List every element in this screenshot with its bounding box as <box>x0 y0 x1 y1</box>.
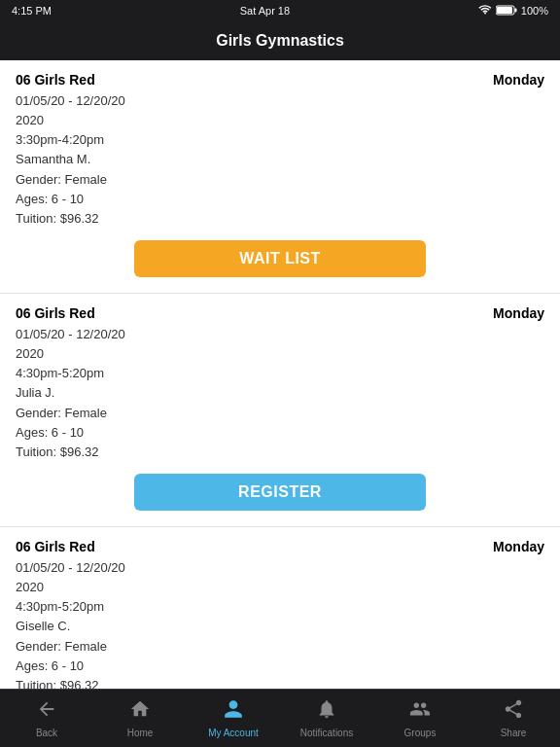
tab-home[interactable]: Home <box>93 698 187 738</box>
nav-title: Girls Gymnastics <box>216 32 344 50</box>
nav-bar: Girls Gymnastics <box>0 21 560 60</box>
class-details-2: 01/05/20 - 12/20/2020204:30pm-5:20pmGise… <box>16 558 544 689</box>
class-card-1: 06 Girls RedMonday01/05/20 - 12/20/20202… <box>0 294 560 527</box>
tab-notifications[interactable]: Notifications <box>280 698 373 738</box>
tab-groups-label: Groups <box>404 728 437 738</box>
class-name-1: 06 Girls Red <box>16 305 95 321</box>
register-button-1[interactable]: REGISTER <box>134 474 426 511</box>
tab-back-label: Back <box>36 728 57 738</box>
class-card-0: 06 Girls RedMonday01/05/20 - 12/20/20202… <box>0 60 560 294</box>
tab-groups[interactable]: Groups <box>373 698 467 738</box>
waitlist-button-0[interactable]: WAIT LIST <box>134 240 426 277</box>
status-date: Sat Apr 18 <box>240 5 290 17</box>
btn-container-1: REGISTER <box>16 474 544 511</box>
class-header-2: 06 Girls RedMonday <box>16 539 544 554</box>
tab-bar: Back Home My Account Notifications Group… <box>0 689 560 747</box>
battery-percent: 100% <box>521 5 548 17</box>
status-right: 100% <box>478 5 548 18</box>
status-bar: 4:15 PM Sat Apr 18 100% <box>0 0 560 21</box>
tab-share[interactable]: Share <box>467 698 560 738</box>
account-icon <box>223 698 244 725</box>
btn-container-0: WAIT LIST <box>16 240 544 277</box>
tab-notifications-label: Notifications <box>300 728 353 738</box>
class-name-2: 06 Girls Red <box>16 539 95 554</box>
status-time: 4:15 PM <box>12 5 52 17</box>
svg-rect-1 <box>514 8 516 12</box>
class-card-2: 06 Girls RedMonday01/05/20 - 12/20/20202… <box>0 527 560 689</box>
groups-icon <box>409 698 431 725</box>
svg-rect-2 <box>497 7 512 14</box>
class-list: 06 Girls RedMonday01/05/20 - 12/20/20202… <box>0 60 560 689</box>
class-name-0: 06 Girls Red <box>16 72 95 88</box>
notifications-icon <box>316 698 337 725</box>
class-header-1: 06 Girls RedMonday <box>16 305 544 321</box>
home-icon <box>129 698 151 725</box>
battery-icon <box>496 5 517 18</box>
share-icon <box>503 698 524 725</box>
class-day-1: Monday <box>493 305 544 321</box>
tab-share-label: Share <box>501 728 527 738</box>
tab-back[interactable]: Back <box>0 698 93 738</box>
back-icon <box>36 698 57 725</box>
wifi-icon <box>478 5 492 18</box>
class-details-0: 01/05/20 - 12/20/2020203:30pm-4:20pmSama… <box>16 91 544 229</box>
tab-my-account[interactable]: My Account <box>187 698 280 738</box>
class-day-2: Monday <box>493 539 544 554</box>
class-day-0: Monday <box>493 72 544 88</box>
class-header-0: 06 Girls RedMonday <box>16 72 544 88</box>
class-details-1: 01/05/20 - 12/20/2020204:30pm-5:20pmJuli… <box>16 325 544 462</box>
tab-account-label: My Account <box>208 728 259 738</box>
tab-home-label: Home <box>127 728 154 738</box>
